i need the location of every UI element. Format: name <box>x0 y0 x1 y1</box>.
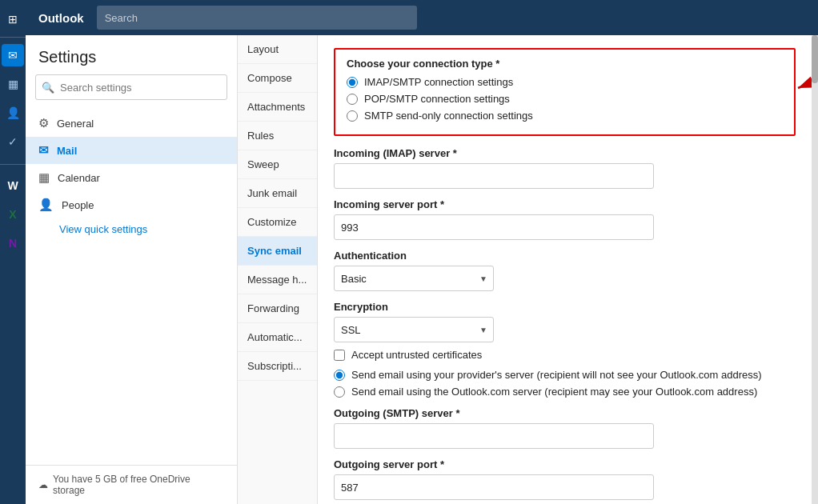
storage-text: You have 5 GB of free OneDrive storage <box>53 474 224 496</box>
outlook-server-label: Send email using the Outlook.com server … <box>351 386 757 398</box>
imap-label: IMAP/SMTP connection settings <box>364 76 513 88</box>
excel-icon[interactable]: X <box>2 203 24 226</box>
nav-item-calendar[interactable]: ▦ Calendar <box>26 164 237 191</box>
radio-pop[interactable]: POP/SMTP connection settings <box>347 93 783 105</box>
word-icon[interactable]: W <box>2 174 24 197</box>
authentication-select-wrapper: Basic OAuth2 None ▼ <box>334 266 494 291</box>
top-bar: Outlook <box>26 0 818 35</box>
subnav-layout[interactable]: Layout <box>238 35 317 64</box>
encryption-select-wrapper: SSL TLS None ▼ <box>334 317 494 342</box>
mail-icon[interactable]: ✉ <box>2 44 24 66</box>
incoming-server-input[interactable] <box>334 163 654 189</box>
grid-icon[interactable]: ⊞ <box>2 8 24 30</box>
top-search-input[interactable] <box>97 6 417 30</box>
radio-smtp[interactable]: SMTP send-only connection settings <box>347 110 783 122</box>
subnav-junk[interactable]: Junk email <box>238 179 317 208</box>
settings-title: Settings <box>26 35 237 74</box>
mail-nav-icon: ✉ <box>38 143 49 158</box>
connection-type-label: Choose your connection type * <box>347 58 783 70</box>
authentication-label: Authentication <box>334 250 796 262</box>
search-icon: 🔍 <box>42 82 54 94</box>
untrusted-cert-row[interactable]: Accept untrusted certificates <box>334 349 796 361</box>
subnav-attachments[interactable]: Attachments <box>238 93 317 122</box>
nav-label-mail: Mail <box>57 145 77 157</box>
form-panel: Choose your connection type * IMAP/SMTP … <box>318 35 812 504</box>
onenote-icon[interactable]: N <box>2 232 24 254</box>
calendar-icon[interactable]: ▦ <box>2 73 24 95</box>
radio-provider[interactable]: Send email using your provider's server … <box>334 369 796 381</box>
smtp-label: SMTP send-only connection settings <box>364 110 533 122</box>
send-options-section: Send email using your provider's server … <box>334 369 796 398</box>
provider-radio[interactable] <box>334 370 345 381</box>
subnav-subscriptions[interactable]: Subscripti... <box>238 352 317 381</box>
content-row: Settings 🔍 ⚙ General ✉ Mail ▦ Calendar <box>26 35 818 504</box>
incoming-server-label: Incoming (IMAP) server * <box>334 147 796 159</box>
settings-search-input[interactable] <box>35 74 227 100</box>
outlook-server-radio[interactable] <box>334 386 345 398</box>
main-container: Outlook Settings 🔍 ⚙ General ✉ Mail ▦ <box>26 0 818 504</box>
subnav-automatic[interactable]: Automatic... <box>238 323 317 352</box>
pop-label: POP/SMTP connection settings <box>364 93 510 105</box>
scrollbar-thumb[interactable] <box>812 35 818 83</box>
general-icon: ⚙ <box>38 116 49 130</box>
settings-search-container: 🔍 <box>35 74 227 100</box>
storage-info: ☁ You have 5 GB of free OneDrive storage <box>26 465 237 504</box>
nav-label-people: People <box>62 199 94 211</box>
nav-item-general[interactable]: ⚙ General <box>26 110 237 137</box>
calendar-nav-icon: ▦ <box>38 170 50 185</box>
outgoing-port-label: Outgoing server port * <box>334 458 796 470</box>
encryption-select[interactable]: SSL TLS None <box>334 317 494 342</box>
radio-outlook-server[interactable]: Send email using the Outlook.com server … <box>334 386 796 398</box>
app-sidebar: ⊞ ✉ ▦ 👤 ✓ W X N <box>0 0 26 504</box>
subnav-rules[interactable]: Rules <box>238 122 317 150</box>
subnav-panel: Layout Compose Attachments Rules Sweep J… <box>238 35 318 504</box>
outgoing-server-label: Outgoing (SMTP) server * <box>334 407 796 419</box>
smtp-radio[interactable] <box>347 110 358 122</box>
subnav-sweep[interactable]: Sweep <box>238 150 317 179</box>
outgoing-port-input[interactable] <box>334 474 654 500</box>
subnav-customize[interactable]: Customize <box>238 208 317 237</box>
imap-radio[interactable] <box>347 77 358 88</box>
settings-panel: Settings 🔍 ⚙ General ✉ Mail ▦ Calendar <box>26 35 238 504</box>
encryption-label: Encryption <box>334 301 796 313</box>
outgoing-server-input[interactable] <box>334 423 654 449</box>
subnav-message-handling[interactable]: Message h... <box>238 266 317 294</box>
provider-label: Send email using your provider's server … <box>351 369 762 381</box>
untrusted-cert-checkbox[interactable] <box>334 350 345 361</box>
subnav-sync-email[interactable]: Sync email <box>238 237 317 266</box>
nav-item-people[interactable]: 👤 People <box>26 191 237 218</box>
people-nav-icon: 👤 <box>38 198 54 212</box>
nav-label-general: General <box>57 118 94 130</box>
nav-label-calendar: Calendar <box>58 172 100 184</box>
incoming-port-label: Incoming server port * <box>334 198 796 210</box>
radio-imap[interactable]: IMAP/SMTP connection settings <box>347 76 783 88</box>
untrusted-cert-label: Accept untrusted certificates <box>351 349 482 361</box>
nav-item-mail[interactable]: ✉ Mail <box>26 137 237 164</box>
incoming-port-input[interactable] <box>334 214 654 240</box>
arrow-annotation <box>790 64 812 104</box>
tasks-icon[interactable]: ✓ <box>2 130 24 153</box>
pop-radio[interactable] <box>347 94 358 105</box>
scrollbar[interactable] <box>812 35 818 504</box>
connection-type-box: Choose your connection type * IMAP/SMTP … <box>334 48 796 136</box>
subnav-forwarding[interactable]: Forwarding <box>238 294 317 323</box>
storage-icon: ☁ <box>38 479 48 490</box>
subnav-compose[interactable]: Compose <box>238 64 317 93</box>
view-quick-settings-link[interactable]: View quick settings <box>26 218 237 240</box>
outlook-logo: Outlook <box>32 11 90 25</box>
people-icon[interactable]: 👤 <box>2 102 24 124</box>
authentication-select[interactable]: Basic OAuth2 None <box>334 266 494 291</box>
